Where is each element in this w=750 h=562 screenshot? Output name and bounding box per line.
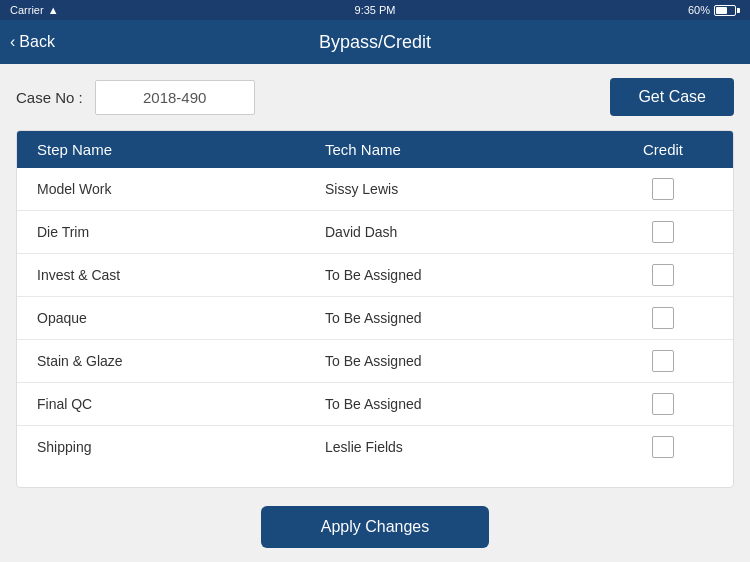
header-step-name: Step Name xyxy=(37,141,325,158)
carrier-label: Carrier xyxy=(10,4,44,16)
back-chevron-icon: ‹ xyxy=(10,33,15,51)
tech-name-cell: To Be Assigned xyxy=(325,353,613,369)
case-no-label: Case No : xyxy=(16,89,83,106)
credit-checkbox[interactable] xyxy=(652,307,674,329)
credit-checkbox-cell xyxy=(613,178,713,200)
credit-checkbox-cell xyxy=(613,264,713,286)
step-name-cell: Model Work xyxy=(37,181,325,197)
step-name-cell: Final QC xyxy=(37,396,325,412)
credit-checkbox-cell xyxy=(613,350,713,372)
header-tech-name: Tech Name xyxy=(325,141,613,158)
tech-name-cell: To Be Assigned xyxy=(325,267,613,283)
nav-bar: ‹ Back Bypass/Credit xyxy=(0,20,750,64)
step-name-cell: Opaque xyxy=(37,310,325,326)
page-title: Bypass/Credit xyxy=(319,32,431,53)
status-bar-time: 9:35 PM xyxy=(355,4,396,16)
step-name-cell: Die Trim xyxy=(37,224,325,240)
wifi-icon: ▲ xyxy=(48,4,59,16)
step-name-cell: Invest & Cast xyxy=(37,267,325,283)
credit-checkbox[interactable] xyxy=(652,178,674,200)
table-row: Die Trim David Dash xyxy=(17,211,733,254)
table-row: Stain & Glaze To Be Assigned xyxy=(17,340,733,383)
credit-checkbox[interactable] xyxy=(652,221,674,243)
status-bar-left: Carrier ▲ xyxy=(10,4,59,16)
credit-checkbox[interactable] xyxy=(652,350,674,372)
header-credit: Credit xyxy=(613,141,713,158)
credit-checkbox[interactable] xyxy=(652,264,674,286)
table-row: Opaque To Be Assigned xyxy=(17,297,733,340)
tech-name-cell: To Be Assigned xyxy=(325,310,613,326)
status-bar: Carrier ▲ 9:35 PM 60% xyxy=(0,0,750,20)
battery-icon xyxy=(714,5,740,16)
content-area: Case No : Get Case Step Name Tech Name C… xyxy=(0,64,750,562)
back-button[interactable]: ‹ Back xyxy=(10,33,55,51)
credit-checkbox[interactable] xyxy=(652,436,674,458)
get-case-button[interactable]: Get Case xyxy=(610,78,734,116)
table-row: Shipping Leslie Fields xyxy=(17,426,733,468)
step-name-cell: Shipping xyxy=(37,439,325,455)
back-label: Back xyxy=(19,33,55,51)
tech-name-cell: David Dash xyxy=(325,224,613,240)
table-row: Invest & Cast To Be Assigned xyxy=(17,254,733,297)
tech-name-cell: Leslie Fields xyxy=(325,439,613,455)
credit-checkbox-cell xyxy=(613,307,713,329)
credit-checkbox[interactable] xyxy=(652,393,674,415)
step-name-cell: Stain & Glaze xyxy=(37,353,325,369)
battery-percent: 60% xyxy=(688,4,710,16)
tech-name-cell: To Be Assigned xyxy=(325,396,613,412)
table-row: Final QC To Be Assigned xyxy=(17,383,733,426)
case-no-input[interactable] xyxy=(95,80,255,115)
tech-name-cell: Sissy Lewis xyxy=(325,181,613,197)
case-row: Case No : Get Case xyxy=(16,78,734,116)
table-row: Model Work Sissy Lewis xyxy=(17,168,733,211)
status-bar-right: 60% xyxy=(688,4,740,16)
table-header: Step Name Tech Name Credit xyxy=(17,131,733,168)
credit-checkbox-cell xyxy=(613,393,713,415)
apply-changes-button[interactable]: Apply Changes xyxy=(261,506,490,548)
steps-table: Step Name Tech Name Credit Model Work Si… xyxy=(16,130,734,488)
credit-checkbox-cell xyxy=(613,436,713,458)
credit-checkbox-cell xyxy=(613,221,713,243)
